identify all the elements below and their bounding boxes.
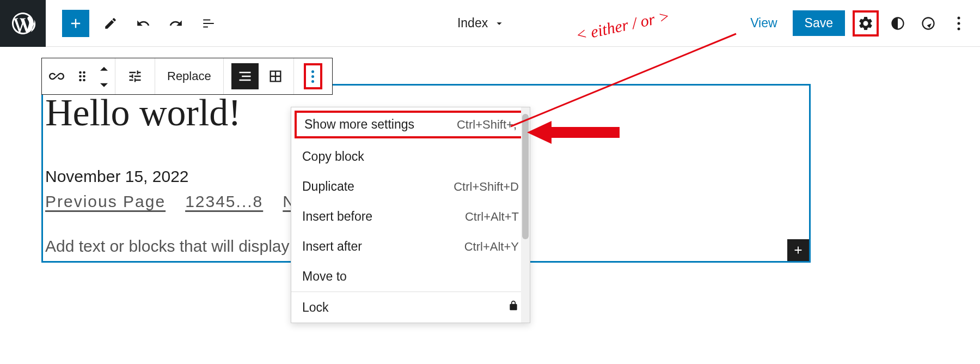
settings-sliders-button[interactable]	[115, 58, 155, 94]
chevron-up-icon	[96, 60, 112, 76]
menu-item-duplicate[interactable]: Duplicate Ctrl+Shift+D	[291, 172, 530, 202]
plus-icon	[792, 244, 804, 256]
explore-icon	[921, 16, 936, 31]
list-view-button[interactable]	[197, 12, 220, 35]
menu-item-insert-before[interactable]: Insert before Ctrl+Alt+T	[291, 202, 530, 232]
svg-point-8	[83, 79, 85, 82]
lock-icon	[508, 300, 519, 315]
view-link[interactable]: View	[743, 10, 785, 36]
undo-icon	[136, 16, 150, 31]
loop-icon	[49, 69, 64, 84]
svg-point-3	[79, 71, 82, 74]
menu-item-move-to[interactable]: Move to	[291, 262, 530, 292]
svg-point-4	[83, 71, 85, 74]
align-icon	[237, 69, 253, 84]
add-block-inline[interactable]	[787, 239, 809, 261]
align-button[interactable]	[231, 63, 259, 89]
redo-icon	[169, 16, 183, 31]
drag-handle[interactable]	[71, 58, 93, 94]
pencil-icon	[103, 16, 118, 31]
grid-icon	[268, 69, 283, 84]
more-vertical-icon	[957, 16, 960, 31]
more-vertical-icon	[311, 70, 314, 83]
toolbar-right: View Save	[743, 10, 980, 37]
replace-button[interactable]: Replace	[155, 58, 223, 94]
menu-item-show-more-settings[interactable]: Show more settings Ctrl+Shift+,	[295, 111, 526, 138]
svg-point-2	[958, 27, 960, 30]
wordpress-icon	[10, 10, 36, 37]
svg-point-7	[79, 79, 82, 82]
drag-icon	[75, 69, 90, 84]
chevron-down-icon	[96, 77, 112, 92]
svg-point-0	[958, 16, 960, 19]
edit-button[interactable]	[99, 12, 122, 35]
template-label: Index	[457, 16, 488, 31]
toolbar-left	[46, 10, 220, 37]
sliders-icon	[127, 69, 143, 84]
block-toolbar: Replace	[41, 58, 333, 95]
undo-button[interactable]	[132, 12, 155, 35]
page-numbers[interactable]: 12345...8	[185, 192, 263, 211]
settings-button[interactable]	[853, 10, 879, 37]
chevron-down-icon	[493, 17, 505, 29]
contrast-icon	[890, 16, 905, 31]
plus-icon	[68, 16, 83, 31]
prev-page-link[interactable]: Previous Page	[45, 192, 166, 211]
grid-button[interactable]	[262, 58, 289, 94]
add-block-button[interactable]	[62, 10, 89, 37]
svg-point-5	[79, 75, 82, 78]
block-more-button[interactable]	[294, 58, 332, 94]
menu-item-insert-after[interactable]: Insert after Ctrl+Alt+Y	[291, 232, 530, 262]
wordpress-logo[interactable]	[0, 0, 46, 47]
block-options-menu: Show more settings Ctrl+Shift+, Copy blo…	[291, 107, 530, 323]
styles-button[interactable]	[886, 12, 909, 35]
block-type-button[interactable]	[42, 58, 71, 94]
redo-button[interactable]	[164, 12, 187, 35]
top-bar: Index View Save	[0, 0, 980, 47]
svg-point-6	[83, 75, 85, 78]
list-icon	[201, 16, 216, 31]
menu-item-lock[interactable]: Lock	[291, 292, 530, 323]
svg-point-1	[958, 22, 960, 25]
menu-item-copy-block[interactable]: Copy block	[291, 142, 530, 172]
annotation-arrow	[527, 119, 620, 146]
move-arrows[interactable]	[93, 58, 115, 94]
more-menu-button[interactable]	[947, 12, 970, 35]
save-button[interactable]: Save	[793, 10, 845, 36]
details-button[interactable]	[917, 12, 940, 35]
gear-icon	[857, 15, 874, 32]
svg-marker-10	[527, 121, 620, 144]
